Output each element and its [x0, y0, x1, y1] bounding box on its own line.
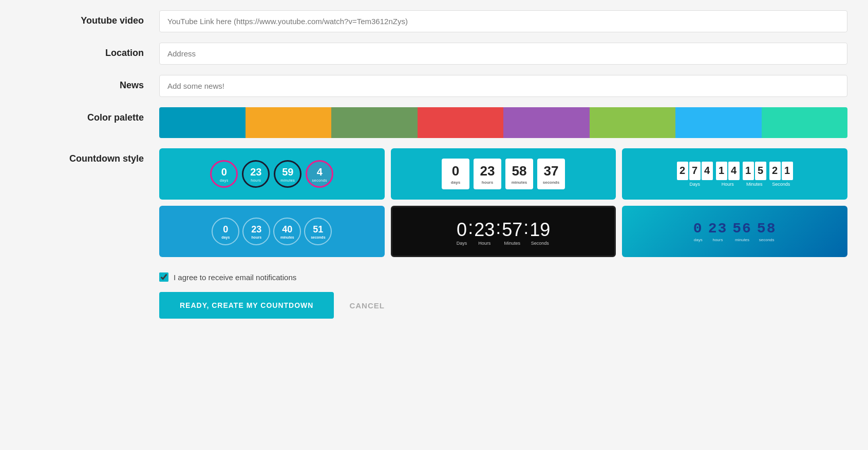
- digital-days: 0 days: [693, 221, 703, 242]
- outline-seconds-unit: seconds: [311, 236, 325, 239]
- circle-days-unit: days: [220, 179, 229, 182]
- outline-circles-container: 0 days 23 hours 40 minutes 51 seconds: [212, 218, 332, 245]
- flip-hours-unit: hours: [482, 180, 493, 185]
- circle-minutes-value: 59: [282, 166, 293, 178]
- checkbox-row: I agree to receive email notifications: [159, 272, 847, 282]
- cancel-button[interactable]: CANCEL: [349, 301, 385, 310]
- large-num-seconds: 2 1 Seconds: [769, 162, 793, 187]
- color-swatch-2[interactable]: [246, 107, 332, 138]
- text-hours-unit: Hours: [474, 241, 495, 246]
- create-countdown-button[interactable]: READY, CREATE MY COUNTDOWN: [159, 292, 334, 319]
- digital-minutes-value: 56: [732, 221, 752, 237]
- flip-cards-container: 0 days 23 hours 58 minutes 37 seconds: [442, 159, 565, 189]
- flip-card-minutes: 58 minutes: [505, 159, 533, 189]
- countdown-style-3[interactable]: 2 7 4 Days 1 4 Hours: [622, 148, 847, 200]
- outline-circle-days: 0 days: [212, 218, 239, 245]
- text-minutes-value: 57: [502, 219, 522, 241]
- outline-hours-unit: hours: [252, 236, 261, 239]
- color-swatch-4[interactable]: [418, 107, 504, 138]
- digit-1: 1: [716, 162, 727, 180]
- large-unit-days: Days: [689, 182, 700, 187]
- text-seconds-value: 19: [530, 219, 550, 241]
- color-swatch-3[interactable]: [331, 107, 418, 138]
- text-minutes-unit: Minutes: [502, 241, 522, 246]
- location-row: Location: [21, 43, 847, 65]
- color-swatch-8[interactable]: [762, 107, 848, 138]
- color-palette: [159, 107, 847, 138]
- digital-minutes-unit: minutes: [735, 238, 749, 242]
- outline-minutes-value: 40: [282, 224, 292, 235]
- digit-7: 7: [689, 162, 701, 180]
- flip-days-unit: days: [451, 180, 460, 185]
- large-unit-hours: Hours: [722, 182, 734, 187]
- outline-days-unit: days: [221, 236, 230, 239]
- digit-4b: 4: [728, 162, 740, 180]
- youtube-input[interactable]: [159, 10, 847, 32]
- outline-circle-minutes: 40 minutes: [273, 218, 301, 245]
- email-notification-checkbox[interactable]: [159, 272, 168, 282]
- news-field: [159, 75, 847, 97]
- flip-minutes-value: 58: [512, 163, 527, 179]
- outline-circle-seconds: 51 seconds: [304, 218, 332, 245]
- countdown-style-4[interactable]: 0 days 23 hours 40 minutes 51 seconds: [159, 206, 385, 257]
- countdown-style-2[interactable]: 0 days 23 hours 58 minutes 37 seconds: [391, 148, 616, 200]
- text-seconds-unit: Seconds: [530, 241, 550, 246]
- large-num-minutes: 1 5 Minutes: [743, 162, 766, 187]
- text-hours-value: 23: [474, 219, 495, 241]
- large-digits-minutes: 1 5: [743, 162, 766, 180]
- flip-card-days: 0 days: [442, 159, 469, 189]
- digit-4: 4: [702, 162, 713, 180]
- digital-seconds-unit: seconds: [759, 238, 775, 242]
- text-days-unit: Days: [457, 241, 467, 246]
- separator-1: :: [468, 217, 473, 239]
- large-unit-seconds: Seconds: [772, 182, 790, 187]
- email-notification-label: I agree to receive email notifications: [174, 273, 296, 282]
- circle-seconds-unit: seconds: [312, 179, 328, 182]
- circle-seconds: 4 seconds: [306, 160, 333, 188]
- circle-seconds-value: 4: [317, 166, 323, 178]
- color-swatch-1[interactable]: [159, 107, 246, 138]
- text-wrap-days: 0 Days: [457, 219, 467, 246]
- outline-days-value: 0: [223, 224, 228, 235]
- flip-hours-value: 23: [480, 163, 495, 179]
- large-unit-minutes: Minutes: [746, 182, 763, 187]
- large-digits-hours: 1 4: [716, 162, 740, 180]
- circle-hours-value: 23: [250, 166, 261, 178]
- circle-days-value: 0: [221, 166, 227, 178]
- circle-days: 0 days: [210, 160, 238, 188]
- countdown-style-field: 0 days 23 hours 59 minutes 4 seconds: [159, 148, 847, 257]
- separator-3: :: [523, 217, 529, 239]
- digital-days-value: 0: [693, 221, 703, 237]
- outline-seconds-value: 51: [313, 224, 323, 235]
- flip-card-hours: 23 hours: [474, 159, 501, 189]
- large-digits-seconds: 2 1: [769, 162, 793, 180]
- outline-hours-value: 23: [251, 224, 261, 235]
- large-num-hours: 1 4 Hours: [716, 162, 740, 187]
- digit-2b: 2: [769, 162, 781, 180]
- color-swatch-5[interactable]: [503, 107, 590, 138]
- color-swatch-6[interactable]: [590, 107, 676, 138]
- countdown-style-5[interactable]: 0 Days : 23 Hours : 57 Minutes: [391, 206, 616, 257]
- youtube-row: Youtube video: [21, 10, 847, 32]
- countdown-style-6[interactable]: 0 days 23 hours 56 minutes 58 seconds: [622, 206, 847, 257]
- digital-hours: 23 hours: [708, 221, 728, 242]
- flip-seconds-unit: seconds: [543, 180, 559, 185]
- countdown-style-1[interactable]: 0 days 23 hours 59 minutes 4 seconds: [159, 148, 385, 200]
- news-input[interactable]: [159, 75, 847, 97]
- buttons-row: READY, CREATE MY COUNTDOWN CANCEL: [159, 292, 847, 319]
- location-input[interactable]: [159, 43, 847, 65]
- digital-hours-unit: hours: [712, 238, 723, 242]
- large-digits-days: 2 7 4: [677, 162, 713, 180]
- digit-1b: 1: [743, 162, 754, 180]
- color-swatch-7[interactable]: [675, 107, 762, 138]
- digital-seconds: 58 seconds: [757, 221, 777, 242]
- outline-circle-hours: 23 hours: [242, 218, 270, 245]
- large-num-days: 2 7 4 Days: [677, 162, 713, 187]
- circle-hours: 23 hours: [242, 160, 270, 188]
- flip-minutes-unit: minutes: [512, 180, 527, 185]
- circle-minutes: 59 minutes: [274, 160, 301, 188]
- text-wrap-minutes: 57 Minutes: [502, 219, 522, 246]
- digit-2: 2: [677, 162, 688, 180]
- text-wrap-seconds: 19 Seconds: [530, 219, 550, 246]
- digital-container: 0 days 23 hours 56 minutes 58 seconds: [693, 221, 777, 242]
